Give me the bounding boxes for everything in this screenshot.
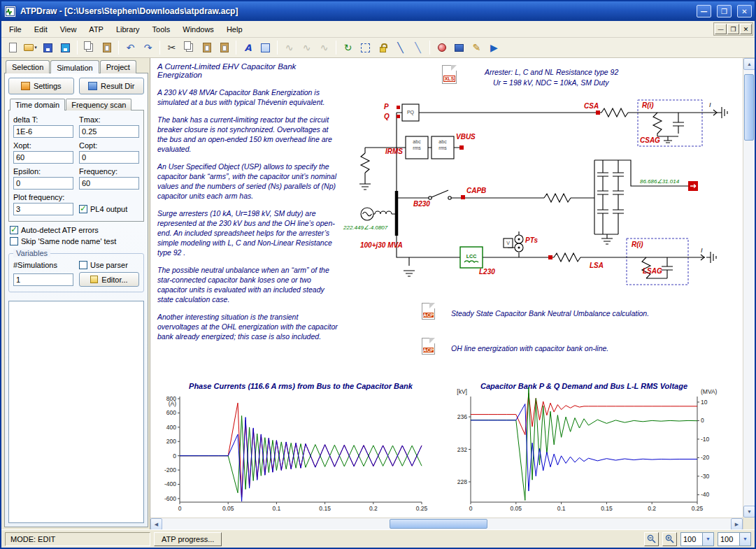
polyline-button[interactable]: ╲: [409, 39, 427, 56]
plot-frequency-input[interactable]: [13, 203, 73, 215]
tmax-input[interactable]: [79, 125, 139, 138]
auto-detect-checkbox[interactable]: Auto-detect ATP errors: [10, 226, 143, 234]
auto-detect-box[interactable]: [10, 226, 18, 234]
pl4-output-checkbox[interactable]: PL4 output: [79, 205, 139, 213]
simulations-label: #Simulations: [13, 261, 73, 269]
line-button[interactable]: ╲: [392, 39, 409, 56]
run-atp-button[interactable]: ▶: [485, 39, 503, 56]
redo-button[interactable]: ↷: [139, 39, 157, 56]
library-button[interactable]: [450, 39, 468, 56]
maximize-button[interactable]: ❐: [717, 5, 732, 17]
wave2-button[interactable]: ∿: [298, 39, 315, 56]
delta-t-input[interactable]: [13, 125, 73, 138]
zoom-value-2[interactable]: 100: [718, 533, 739, 546]
mdi-close-button[interactable]: ✕: [740, 24, 752, 34]
skip-test-checkbox[interactable]: Skip 'Same node name' test: [10, 237, 143, 245]
tab-simulation[interactable]: Simulation: [50, 60, 99, 73]
skip-test-box[interactable]: [10, 237, 18, 245]
zoom-combo-2[interactable]: 100 ▼: [718, 532, 751, 546]
atp-progress-button[interactable]: ATP progress...: [154, 532, 222, 546]
editor-button[interactable]: Editor...: [79, 272, 139, 287]
zoom-dropdown-2[interactable]: ▼: [739, 533, 750, 546]
comment-button[interactable]: ✎: [468, 39, 485, 56]
horizontal-scroll-thumb[interactable]: [390, 519, 487, 529]
probe-button[interactable]: [433, 39, 450, 56]
rms-label-2: rms: [432, 145, 454, 150]
zoom-dropdown-1[interactable]: ▼: [702, 533, 713, 546]
lock-button[interactable]: [374, 39, 392, 56]
close-button[interactable]: ✕: [737, 5, 752, 17]
variables-list[interactable]: [8, 301, 144, 523]
scroll-up-arrow[interactable]: ▲: [743, 58, 755, 70]
select-region-icon: [361, 43, 370, 52]
phase-currents-plot[interactable]: Phase Currents (116.6 A rms) from Bus to…: [156, 381, 429, 513]
use-parser-box[interactable]: [79, 261, 87, 269]
tab-time-domain[interactable]: Time domain: [10, 99, 65, 110]
time-domain-panel: delta T: Tmax: Xopt:: [8, 110, 144, 222]
tab-project[interactable]: Project: [100, 60, 136, 73]
settings-button[interactable]: Settings: [8, 78, 74, 94]
vertical-scroll-track[interactable]: [743, 70, 755, 506]
tab-frequency-scan[interactable]: Frequency scan: [66, 99, 131, 110]
menu-atp[interactable]: ATP: [83, 22, 110, 36]
copy-graphics-button[interactable]: [80, 39, 98, 56]
horizontal-scrollbar[interactable]: ◀ ▶: [150, 518, 743, 529]
pl4-output-box[interactable]: [79, 205, 87, 213]
undo-button[interactable]: ↶: [122, 39, 139, 56]
svg-text:0.05: 0.05: [222, 505, 234, 512]
minimize-button[interactable]: —: [697, 5, 711, 17]
zoom-value-1[interactable]: 100: [681, 533, 702, 546]
text-button[interactable]: A: [239, 39, 257, 56]
wave3-button[interactable]: ∿: [315, 39, 333, 56]
mdi-restore-button[interactable]: ❐: [727, 24, 739, 34]
menu-windows[interactable]: Windows: [176, 22, 220, 36]
select-region-button[interactable]: [357, 39, 374, 56]
copt-input[interactable]: [79, 151, 139, 164]
menu-edit[interactable]: Edit: [28, 22, 54, 36]
cut-button[interactable]: ✂: [163, 39, 180, 56]
epsilon-input[interactable]: [13, 177, 73, 190]
scroll-left-arrow[interactable]: ◀: [150, 518, 162, 529]
xopt-input[interactable]: [13, 151, 73, 164]
tab-selection[interactable]: Selection: [6, 60, 50, 73]
menu-library[interactable]: Library: [110, 22, 146, 36]
vertical-scroll-thumb[interactable]: [744, 74, 754, 141]
use-parser-checkbox[interactable]: Use parser: [79, 261, 139, 269]
save-all-button[interactable]: [57, 39, 74, 56]
paste-graphics-button[interactable]: [98, 39, 115, 56]
result-dir-button[interactable]: Result Dir: [79, 78, 145, 94]
open-dropdown-caret[interactable]: ▾: [34, 45, 37, 50]
pq-voltage-plot[interactable]: Capacitor Bank P & Q Demand and Bus L-L …: [447, 381, 728, 513]
zoom-in-button[interactable]: [662, 532, 677, 546]
scroll-right-arrow[interactable]: ▶: [731, 518, 743, 529]
menu-view[interactable]: View: [54, 22, 83, 36]
zoom-combo-1[interactable]: 100 ▼: [680, 532, 714, 546]
scroll-down-arrow[interactable]: ▼: [743, 506, 755, 518]
wave1-button[interactable]: ∿: [280, 39, 298, 56]
frequency-input[interactable]: [79, 177, 139, 190]
menu-file[interactable]: File: [3, 22, 28, 36]
xls-file-icon[interactable]: XLS: [442, 65, 457, 84]
grid-button[interactable]: [257, 39, 274, 56]
copy-button[interactable]: [180, 39, 198, 56]
refresh-button[interactable]: ↻: [339, 39, 357, 56]
menu-tools[interactable]: Tools: [146, 22, 177, 36]
library-icon: [455, 44, 464, 52]
new-button[interactable]: [4, 39, 22, 56]
menu-help[interactable]: Help: [220, 22, 249, 36]
vertical-scrollbar[interactable]: ▲ ▼: [743, 58, 755, 529]
open-button[interactable]: ▾: [22, 39, 39, 56]
canvas-title: A Current-Limited EHV Capacitor Bank Ene…: [157, 62, 338, 79]
label-current-bottom: I: [701, 247, 703, 254]
paste-special-button[interactable]: [215, 39, 233, 56]
acp-file-icon-2[interactable]: ACP: [422, 338, 435, 355]
field-copt: Copt:: [79, 141, 139, 164]
wave3-icon: ∿: [320, 43, 329, 52]
mdi-minimize-button[interactable]: —: [715, 24, 727, 34]
paste-button[interactable]: [198, 39, 215, 56]
zoom-out-button[interactable]: [644, 532, 659, 546]
simulations-input[interactable]: [13, 273, 73, 286]
save-button[interactable]: [39, 39, 57, 56]
horizontal-scroll-track[interactable]: [162, 518, 731, 529]
drawing-canvas[interactable]: A Current-Limited EHV Capacitor Bank Ene…: [150, 58, 743, 518]
